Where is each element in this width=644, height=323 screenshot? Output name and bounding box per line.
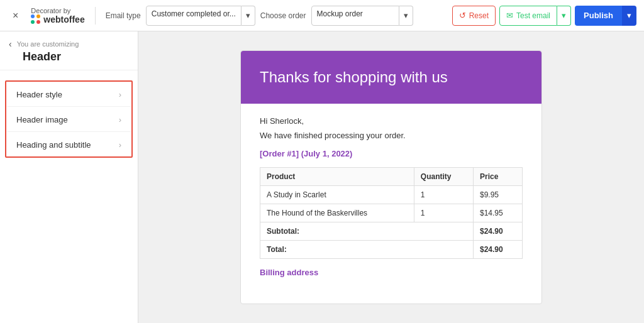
topbar-right: ↺ Reset ✉ Test email ▾ Publish ▾ — [452, 6, 636, 26]
table-col-quantity: Quantity — [414, 168, 473, 186]
close-button[interactable]: × — [8, 8, 23, 24]
email-body: Hi Sherlock, We have finished processing… — [241, 104, 541, 290]
choose-order-chevron-icon[interactable]: ▾ — [399, 6, 413, 26]
email-header-text: Thanks for shopping with us — [260, 68, 523, 86]
email-type-select[interactable]: Customer completed or... — [146, 6, 242, 26]
email-greeting: Hi Sherlock, — [260, 116, 523, 126]
choose-order-label: Choose order — [260, 11, 306, 20]
subtotal-label: Subtotal: — [260, 222, 474, 241]
menu-item-header-image[interactable]: Header image › — [6, 107, 131, 132]
email-type-chevron-icon[interactable]: ▾ — [242, 6, 255, 26]
product-price-1: $9.95 — [473, 186, 522, 204]
total-value: $24.90 — [473, 241, 522, 259]
topbar: × Decorator by webtoffee Email type Cust… — [0, 0, 644, 31]
product-price-2: $14.95 — [473, 204, 522, 222]
product-name-1: A Study in Scarlet — [260, 186, 414, 204]
chevron-right-icon: › — [119, 115, 121, 124]
choose-order-select[interactable]: Mockup order — [311, 6, 399, 26]
chevron-right-icon: › — [119, 90, 121, 99]
billing-address-title: Billing address — [260, 268, 523, 277]
test-email-button[interactable]: ✉ Test email — [499, 6, 557, 26]
email-processing-text: We have finished processing your order. — [260, 131, 523, 140]
menu-item-header-style[interactable]: Header style › — [6, 82, 131, 107]
back-button[interactable]: ‹ — [9, 39, 12, 49]
table-row: A Study in Scarlet 1 $9.95 — [260, 186, 523, 204]
product-qty-2: 1 — [414, 204, 473, 222]
test-email-icon: ✉ — [506, 11, 513, 20]
menu-section: Header style › Header image › Heading an… — [5, 80, 133, 158]
publish-group: Publish ▾ — [575, 6, 636, 26]
subtotal-row: Subtotal: $24.90 — [260, 222, 523, 241]
sidebar-menu: Header style › Header image › Heading an… — [0, 70, 138, 168]
total-label: Total: — [260, 241, 474, 259]
topbar-controls: Email type Customer completed or... ▾ Ch… — [106, 6, 445, 26]
reset-button[interactable]: ↺ Reset — [452, 6, 496, 26]
dot-yellow — [36, 14, 40, 18]
email-content-area: Thanks for shopping with us Hi Sherlock,… — [138, 31, 644, 323]
email-header: Thanks for shopping with us — [241, 51, 541, 104]
sidebar-header: ‹ You are customizing Header — [0, 31, 138, 70]
brand-title: Decorator by — [31, 7, 70, 14]
brand-logo: webtoffee — [31, 14, 84, 25]
publish-label: Publish — [584, 11, 613, 20]
reset-icon: ↺ — [459, 11, 466, 20]
email-type-label: Email type — [106, 11, 141, 20]
menu-item-label: Heading and subtitle — [16, 140, 119, 150]
menu-item-label: Header image — [16, 115, 119, 124]
section-title: Header — [9, 50, 129, 63]
email-type-select-group: Customer completed or... ▾ — [146, 6, 255, 26]
dot-red — [36, 20, 40, 24]
chevron-right-icon: › — [119, 140, 121, 150]
menu-item-heading-subtitle[interactable]: Heading and subtitle › — [6, 132, 131, 156]
publish-button[interactable]: Publish — [575, 6, 622, 26]
product-name-2: The Hound of the Baskervilles — [260, 204, 414, 222]
sidebar-header-top: ‹ You are customizing — [9, 39, 129, 49]
order-table: Product Quantity Price A Study in Scarle… — [260, 167, 523, 259]
total-row: Total: $24.90 — [260, 241, 523, 259]
email-order-link: [Order #1] (July 1, 2022) — [260, 149, 523, 158]
publish-dropdown-button[interactable]: ▾ — [622, 6, 636, 26]
main: ‹ You are customizing Header Header styl… — [0, 31, 644, 323]
test-email-dropdown-button[interactable]: ▾ — [557, 6, 571, 26]
table-header-row: Product Quantity Price — [260, 168, 523, 186]
product-qty-1: 1 — [414, 186, 473, 204]
dot-green — [31, 20, 35, 24]
brand-dots-icon — [31, 14, 41, 25]
customizing-label: You are customizing — [17, 40, 79, 48]
test-email-label: Test email — [516, 11, 550, 20]
dot-blue — [31, 14, 35, 18]
brand-name: webtoffee — [43, 14, 84, 25]
menu-item-label: Header style — [16, 90, 119, 99]
brand: Decorator by webtoffee — [31, 7, 95, 25]
choose-order-select-group: Mockup order ▾ — [311, 6, 413, 26]
email-preview: Thanks for shopping with us Hi Sherlock,… — [240, 50, 542, 304]
reset-label: Reset — [469, 11, 489, 20]
test-email-group: ✉ Test email ▾ — [499, 6, 571, 26]
table-col-product: Product — [260, 168, 414, 186]
table-row: The Hound of the Baskervilles 1 $14.95 — [260, 204, 523, 222]
table-col-price: Price — [473, 168, 522, 186]
sidebar: ‹ You are customizing Header Header styl… — [0, 31, 138, 323]
subtotal-value: $24.90 — [473, 222, 522, 241]
